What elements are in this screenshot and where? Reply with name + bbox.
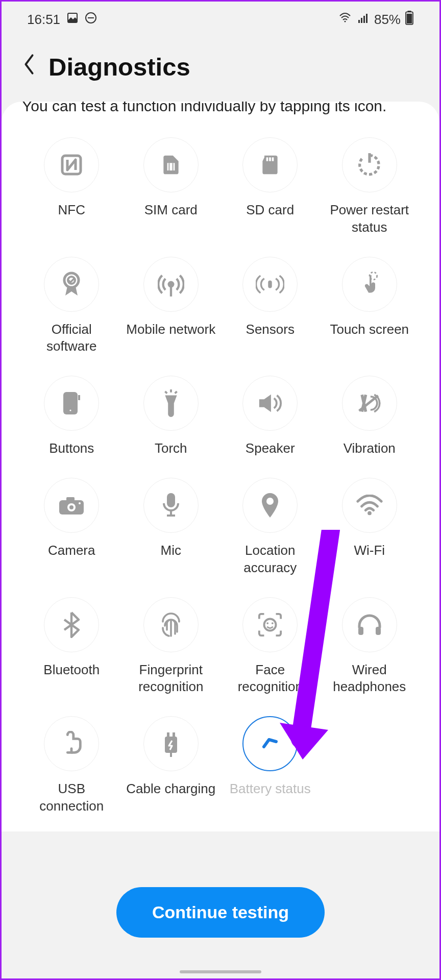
diagnostic-item-sim-card[interactable]: SIM card (121, 137, 221, 236)
dnd-icon (85, 12, 97, 28)
svg-rect-33 (66, 497, 75, 501)
svg-rect-6 (363, 16, 365, 23)
face-icon (242, 597, 298, 652)
svg-rect-45 (358, 627, 363, 635)
diagnostic-item-speaker[interactable]: Speaker (220, 376, 320, 457)
diagnostic-item-torch[interactable]: Torch (121, 376, 221, 457)
battery-icon (405, 11, 414, 29)
diagnostic-item-battery-status[interactable]: Battery status (220, 716, 320, 815)
svg-point-3 (344, 20, 346, 22)
diagnostic-item-cable-charging[interactable]: Cable charging (121, 716, 221, 815)
svg-point-36 (79, 502, 81, 504)
diagnostic-item-power-restart[interactable]: Power restart status (320, 137, 420, 236)
diagnostic-item-buttons[interactable]: Buttons (22, 376, 121, 457)
diagnostic-item-label: Cable charging (126, 780, 215, 798)
bluetooth-icon (44, 597, 99, 652)
power-restart-icon (342, 137, 397, 192)
diagnostic-item-label: Camera (48, 542, 95, 559)
diagnostic-item-label: Touch screen (330, 321, 409, 338)
svg-rect-47 (165, 737, 177, 753)
vibration-icon (342, 376, 397, 431)
svg-rect-17 (272, 157, 274, 161)
official-software-icon (44, 257, 99, 312)
diagnostic-item-label: Face recognition (224, 662, 316, 696)
nfc-icon (44, 137, 99, 192)
back-button[interactable] (22, 53, 36, 81)
diagnostic-item-label: Sensors (246, 321, 295, 338)
diagnostic-item-camera[interactable]: Camera (22, 478, 121, 577)
diagnostic-item-headphones[interactable]: Wired headphones (320, 597, 420, 696)
diagnostic-item-bluetooth[interactable]: Bluetooth (22, 597, 121, 696)
usb-icon (44, 716, 99, 771)
svg-line-30 (175, 391, 177, 394)
mic-icon (143, 478, 199, 533)
diagnostic-item-label: SD card (246, 202, 294, 219)
svg-rect-15 (266, 157, 268, 161)
sensors-icon (242, 257, 298, 312)
diagnostic-item-label: Location accuracy (224, 542, 316, 577)
home-indicator[interactable] (180, 970, 261, 973)
content-area: You can test a function individually by … (2, 102, 439, 831)
diagnostic-item-wifi[interactable]: Wi-Fi (320, 478, 420, 577)
diagnostic-item-label: Torch (155, 440, 187, 457)
diagnostic-item-face[interactable]: Face recognition (220, 597, 320, 696)
continue-testing-button[interactable]: Continue testing (116, 887, 325, 938)
wifi-status-icon (337, 12, 353, 28)
diagnostic-item-sensors[interactable]: Sensors (220, 257, 320, 356)
fingerprint-icon (143, 597, 199, 652)
sd-card-icon (242, 137, 298, 192)
diagnostic-item-vibration[interactable]: Vibration (320, 376, 420, 457)
svg-rect-4 (358, 20, 360, 23)
svg-rect-5 (361, 18, 362, 23)
svg-rect-23 (268, 280, 272, 288)
svg-point-40 (266, 498, 274, 505)
wifi-icon (342, 478, 397, 533)
diagnostic-item-label: NFC (58, 202, 85, 219)
diagnostic-item-touch-screen[interactable]: Touch screen (320, 257, 420, 356)
svg-rect-46 (376, 627, 381, 635)
sim-card-icon (143, 137, 199, 192)
signal-icon (357, 12, 370, 28)
diagnostic-item-label: Bluetooth (43, 662, 100, 679)
svg-point-35 (69, 505, 74, 509)
camera-icon (44, 478, 99, 533)
diagnostic-item-location[interactable]: Location accuracy (220, 478, 320, 577)
diagnostic-item-fingerprint[interactable]: Fingerprint recognition (121, 597, 221, 696)
svg-rect-16 (269, 157, 271, 161)
status-bar: 16:51 85% (2, 2, 439, 37)
svg-rect-10 (407, 13, 412, 23)
description-text: You can test a function individually by … (22, 102, 419, 117)
svg-point-43 (267, 622, 269, 624)
cable-charging-icon (143, 716, 199, 771)
diagnostic-item-nfc[interactable]: NFC (22, 137, 121, 236)
diagnostic-item-label: Buttons (49, 440, 94, 457)
svg-rect-7 (366, 14, 368, 23)
diagnostic-item-mic[interactable]: Mic (121, 478, 221, 577)
diagnostic-item-label: Speaker (246, 440, 295, 457)
diagnostic-item-sd-card[interactable]: SD card (220, 137, 320, 236)
svg-rect-12 (167, 163, 175, 170)
speaker-icon (242, 376, 298, 431)
diagnostic-grid: NFCSIM cardSD cardPower restart statusOf… (22, 137, 419, 815)
touch-screen-icon (342, 257, 397, 312)
picture-icon (66, 12, 79, 28)
diagnostic-item-mobile-network[interactable]: Mobile network (121, 257, 221, 356)
diagnostic-item-label: USB connection (26, 780, 117, 815)
svg-line-29 (165, 391, 167, 394)
title-bar: Diagnostics (2, 37, 439, 102)
svg-rect-48 (167, 732, 169, 737)
diagnostic-item-label: Fingerprint recognition (125, 662, 217, 696)
battery-pct: 85% (374, 12, 401, 28)
svg-point-27 (70, 410, 71, 411)
svg-rect-49 (173, 732, 175, 737)
diagnostic-item-label: SIM card (144, 202, 198, 219)
torch-icon (143, 376, 199, 431)
diagnostic-item-label: Mic (161, 542, 181, 559)
diagnostic-item-usb[interactable]: USB connection (22, 716, 121, 815)
buttons-icon (44, 376, 99, 431)
diagnostic-item-label: Wi-Fi (354, 542, 385, 559)
diagnostic-item-official-software[interactable]: Official software (22, 257, 121, 356)
page-title: Diagnostics (48, 53, 190, 81)
diagnostic-item-label: Power restart status (324, 202, 415, 236)
svg-point-41 (368, 511, 372, 516)
